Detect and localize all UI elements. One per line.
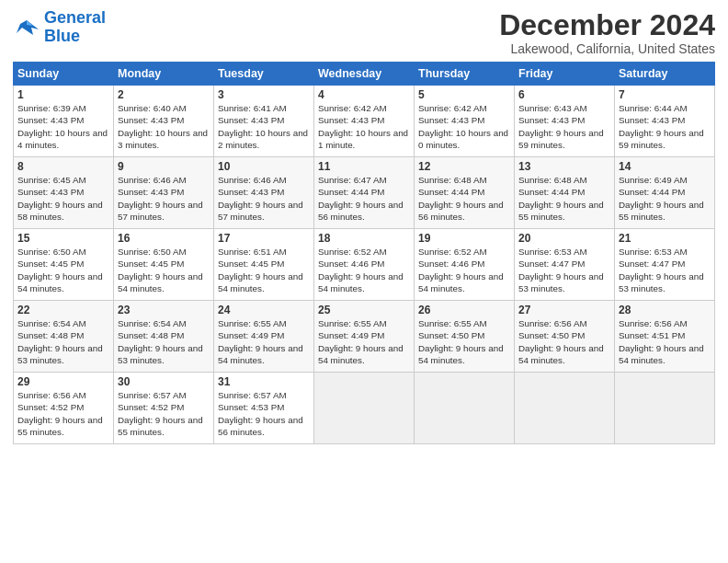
day-number: 3 <box>218 88 310 101</box>
month-title: December 2024 <box>499 9 715 41</box>
day-number: 22 <box>17 304 109 316</box>
col-sunday: Sunday <box>14 63 114 86</box>
day-number: 8 <box>17 160 109 173</box>
location: Lakewood, California, United States <box>499 41 715 56</box>
day-info: Sunrise: 6:47 AMSunset: 4:44 PMDaylight:… <box>318 174 410 223</box>
day-number: 11 <box>318 160 410 173</box>
day-number: 29 <box>17 375 109 388</box>
day-info: Sunrise: 6:46 AMSunset: 4:43 PMDaylight:… <box>118 174 210 223</box>
day-number: 25 <box>318 304 410 316</box>
day-info: Sunrise: 6:40 AMSunset: 4:43 PMDaylight:… <box>118 102 210 151</box>
week-row-2: 15 Sunrise: 6:50 AMSunset: 4:45 PMDaylig… <box>14 229 715 301</box>
calendar-cell: 30 Sunrise: 6:57 AMSunset: 4:52 PMDaylig… <box>114 373 214 444</box>
day-info: Sunrise: 6:53 AMSunset: 4:47 PMDaylight:… <box>619 246 711 294</box>
header-row: Sunday Monday Tuesday Wednesday Thursday… <box>14 63 715 86</box>
calendar-cell: 22 Sunrise: 6:54 AMSunset: 4:48 PMDaylig… <box>14 301 114 373</box>
day-info: Sunrise: 6:55 AMSunset: 4:49 PMDaylight:… <box>318 317 410 366</box>
calendar-cell: 14 Sunrise: 6:49 AMSunset: 4:44 PMDaylig… <box>615 157 715 229</box>
week-row-4: 29 Sunrise: 6:56 AMSunset: 4:52 PMDaylig… <box>14 373 715 444</box>
col-monday: Monday <box>114 63 214 86</box>
day-number: 2 <box>118 88 210 101</box>
day-info: Sunrise: 6:43 AMSunset: 4:43 PMDaylight:… <box>518 102 610 151</box>
title-block: December 2024 Lakewood, California, Unit… <box>499 9 715 56</box>
day-number: 27 <box>518 304 610 316</box>
day-info: Sunrise: 6:54 AMSunset: 4:48 PMDaylight:… <box>17 317 109 366</box>
page-container: General Blue December 2024 Lakewood, Cal… <box>0 0 728 454</box>
day-number: 4 <box>318 88 410 101</box>
day-number: 1 <box>17 88 109 101</box>
day-number: 6 <box>518 88 610 101</box>
calendar-cell: 29 Sunrise: 6:56 AMSunset: 4:52 PMDaylig… <box>14 373 114 444</box>
day-number: 24 <box>218 304 310 316</box>
calendar-cell: 5 Sunrise: 6:42 AMSunset: 4:43 PMDayligh… <box>415 86 515 157</box>
calendar-cell: 2 Sunrise: 6:40 AMSunset: 4:43 PMDayligh… <box>114 86 214 157</box>
day-number: 12 <box>418 160 510 173</box>
calendar-cell <box>515 373 615 444</box>
calendar-cell: 3 Sunrise: 6:41 AMSunset: 4:43 PMDayligh… <box>214 86 314 157</box>
calendar-cell: 24 Sunrise: 6:55 AMSunset: 4:49 PMDaylig… <box>214 301 314 373</box>
day-number: 26 <box>418 304 510 316</box>
logo-icon <box>13 17 40 39</box>
calendar-cell: 17 Sunrise: 6:51 AMSunset: 4:45 PMDaylig… <box>214 229 314 301</box>
calendar-cell: 20 Sunrise: 6:53 AMSunset: 4:47 PMDaylig… <box>515 229 615 301</box>
day-info: Sunrise: 6:46 AMSunset: 4:43 PMDaylight:… <box>218 174 310 223</box>
day-info: Sunrise: 6:56 AMSunset: 4:52 PMDaylight:… <box>17 389 109 438</box>
day-info: Sunrise: 6:57 AMSunset: 4:52 PMDaylight:… <box>118 389 210 438</box>
calendar-cell: 15 Sunrise: 6:50 AMSunset: 4:45 PMDaylig… <box>14 229 114 301</box>
day-number: 28 <box>619 304 711 316</box>
calendar-cell: 27 Sunrise: 6:56 AMSunset: 4:50 PMDaylig… <box>515 301 615 373</box>
day-info: Sunrise: 6:56 AMSunset: 4:51 PMDaylight:… <box>619 317 711 366</box>
day-number: 10 <box>218 160 310 173</box>
day-info: Sunrise: 6:42 AMSunset: 4:43 PMDaylight:… <box>318 102 410 151</box>
day-info: Sunrise: 6:41 AMSunset: 4:43 PMDaylight:… <box>218 102 310 151</box>
calendar-cell: 21 Sunrise: 6:53 AMSunset: 4:47 PMDaylig… <box>615 229 715 301</box>
day-info: Sunrise: 6:56 AMSunset: 4:50 PMDaylight:… <box>518 317 610 366</box>
svg-marker-1 <box>27 20 33 26</box>
day-info: Sunrise: 6:52 AMSunset: 4:46 PMDaylight:… <box>318 246 410 294</box>
day-number: 18 <box>318 232 410 245</box>
calendar-cell: 23 Sunrise: 6:54 AMSunset: 4:48 PMDaylig… <box>114 301 214 373</box>
calendar-cell: 11 Sunrise: 6:47 AMSunset: 4:44 PMDaylig… <box>314 157 415 229</box>
col-wednesday: Wednesday <box>314 63 415 86</box>
day-number: 14 <box>619 160 711 173</box>
header: General Blue December 2024 Lakewood, Cal… <box>13 9 715 56</box>
day-number: 31 <box>218 375 310 388</box>
calendar-cell <box>615 373 715 444</box>
day-info: Sunrise: 6:55 AMSunset: 4:50 PMDaylight:… <box>418 317 510 366</box>
logo: General Blue <box>13 9 106 46</box>
calendar-cell: 10 Sunrise: 6:46 AMSunset: 4:43 PMDaylig… <box>214 157 314 229</box>
calendar-cell: 13 Sunrise: 6:48 AMSunset: 4:44 PMDaylig… <box>515 157 615 229</box>
col-tuesday: Tuesday <box>214 63 314 86</box>
day-info: Sunrise: 6:55 AMSunset: 4:49 PMDaylight:… <box>218 317 310 366</box>
calendar-cell: 18 Sunrise: 6:52 AMSunset: 4:46 PMDaylig… <box>314 229 415 301</box>
calendar-cell: 25 Sunrise: 6:55 AMSunset: 4:49 PMDaylig… <box>314 301 415 373</box>
calendar-cell: 4 Sunrise: 6:42 AMSunset: 4:43 PMDayligh… <box>314 86 415 157</box>
calendar-cell: 19 Sunrise: 6:52 AMSunset: 4:46 PMDaylig… <box>415 229 515 301</box>
day-info: Sunrise: 6:49 AMSunset: 4:44 PMDaylight:… <box>619 174 711 223</box>
calendar-cell: 7 Sunrise: 6:44 AMSunset: 4:43 PMDayligh… <box>615 86 715 157</box>
day-info: Sunrise: 6:45 AMSunset: 4:43 PMDaylight:… <box>17 174 109 223</box>
day-number: 20 <box>518 232 610 245</box>
week-row-0: 1 Sunrise: 6:39 AMSunset: 4:43 PMDayligh… <box>14 86 715 157</box>
day-info: Sunrise: 6:39 AMSunset: 4:43 PMDaylight:… <box>17 102 109 151</box>
calendar-cell <box>415 373 515 444</box>
calendar-cell: 31 Sunrise: 6:57 AMSunset: 4:53 PMDaylig… <box>214 373 314 444</box>
calendar-cell <box>314 373 415 444</box>
day-info: Sunrise: 6:48 AMSunset: 4:44 PMDaylight:… <box>418 174 510 223</box>
week-row-3: 22 Sunrise: 6:54 AMSunset: 4:48 PMDaylig… <box>14 301 715 373</box>
day-info: Sunrise: 6:54 AMSunset: 4:48 PMDaylight:… <box>118 317 210 366</box>
calendar-cell: 6 Sunrise: 6:43 AMSunset: 4:43 PMDayligh… <box>515 86 615 157</box>
calendar-cell: 1 Sunrise: 6:39 AMSunset: 4:43 PMDayligh… <box>14 86 114 157</box>
day-number: 5 <box>418 88 510 101</box>
col-thursday: Thursday <box>415 63 515 86</box>
day-info: Sunrise: 6:48 AMSunset: 4:44 PMDaylight:… <box>518 174 610 223</box>
calendar-cell: 26 Sunrise: 6:55 AMSunset: 4:50 PMDaylig… <box>415 301 515 373</box>
calendar-table: Sunday Monday Tuesday Wednesday Thursday… <box>13 62 715 444</box>
logo-text: General Blue <box>44 9 106 46</box>
day-info: Sunrise: 6:42 AMSunset: 4:43 PMDaylight:… <box>418 102 510 151</box>
day-number: 15 <box>17 232 109 245</box>
day-info: Sunrise: 6:50 AMSunset: 4:45 PMDaylight:… <box>118 246 210 294</box>
calendar-cell: 16 Sunrise: 6:50 AMSunset: 4:45 PMDaylig… <box>114 229 214 301</box>
day-info: Sunrise: 6:51 AMSunset: 4:45 PMDaylight:… <box>218 246 310 294</box>
day-info: Sunrise: 6:57 AMSunset: 4:53 PMDaylight:… <box>218 389 310 438</box>
